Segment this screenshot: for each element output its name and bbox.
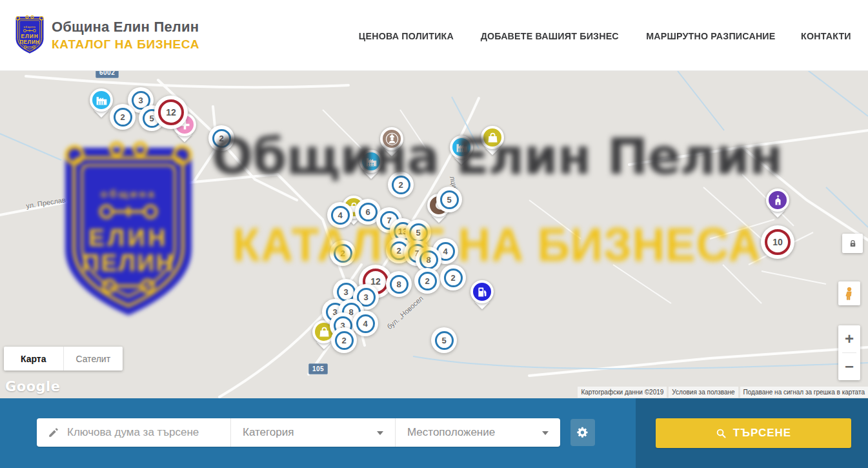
map-type-control: Карта Сателит (4, 347, 123, 371)
cluster-marker[interactable]: 5 (431, 327, 457, 353)
cluster-marker[interactable]: 2 (388, 172, 414, 198)
site-logo[interactable]: Община Елин Пелин КАТАЛОГ НА БИЗНЕСА (14, 14, 199, 56)
cluster-marker[interactable]: 10 (761, 225, 794, 259)
cluster-marker[interactable]: 2 (440, 265, 466, 290)
cluster-marker[interactable]: 4 (352, 310, 378, 336)
nav-contacts[interactable]: КОНТАКТИ (801, 30, 851, 41)
map-attribution: Картографски данни ©2019 Условия за полз… (578, 387, 868, 398)
search-fields: Категория Местоположение (37, 418, 560, 447)
cluster-count: 12 (158, 99, 184, 125)
cluster-marker[interactable]: 8 (386, 271, 412, 297)
shopping-bag-pin-marker[interactable] (478, 125, 507, 157)
cluster-count: 2 (392, 176, 410, 194)
attribution-copyright: Картографски данни ©2019 (578, 387, 667, 398)
gear-icon (576, 426, 589, 439)
cluster-marker[interactable]: 2 (110, 104, 136, 130)
factory-pin-marker[interactable] (447, 134, 476, 167)
worker-pin-marker[interactable] (377, 126, 407, 158)
map-canvas[interactable]: 6002 105 ул. Преслав бул. „Новосел лци“ … (0, 71, 868, 398)
markers-layer: 3251222564713522748128223338342510 (0, 71, 868, 398)
nav-route-schedule[interactable]: МАРШРУТНО РАЗПИСАНИЕ (647, 30, 776, 41)
header: Община Елин Пелин КАТАЛОГ НА БИЗНЕСА ЦЕН… (0, 0, 868, 71)
shopping-bag-icon (481, 126, 504, 149)
cluster-count: 8 (390, 275, 409, 294)
search-bar: Категория Местоположение ТЪРСЕНЕ (0, 398, 868, 468)
map-type-map-button[interactable]: Карта (4, 347, 63, 371)
category-dropdown-label: Категория (243, 426, 294, 439)
cluster-count: 5 (409, 223, 428, 242)
cluster-count: 2 (418, 272, 437, 290)
factory-icon (90, 88, 113, 112)
cluster-count: 5 (440, 190, 459, 209)
cluster-marker[interactable]: 5 (436, 187, 462, 212)
cluster-marker[interactable]: 2 (331, 327, 357, 353)
attribution-terms-link[interactable]: Условия за ползване (669, 387, 738, 398)
search-icon (716, 428, 727, 439)
cluster-count: 4 (356, 314, 375, 333)
cluster-marker[interactable]: 12 (154, 96, 188, 129)
zoom-in-button[interactable]: + (838, 325, 860, 352)
church-pin-marker[interactable] (763, 187, 792, 219)
nav-add-business[interactable]: ДОБАВЕТЕ ВАШИЯТ БИЗНЕС (481, 30, 619, 41)
pegman-icon (842, 285, 856, 302)
cluster-marker[interactable]: 2 (208, 125, 234, 151)
location-dropdown-label: Местоположение (407, 426, 495, 439)
main-nav: ЦЕНОВА ПОЛИТИКА ДОБАВЕТЕ ВАШИЯТ БИЗНЕС М… (356, 0, 853, 71)
cluster-count: 2 (444, 269, 463, 287)
cluster-count: 8 (419, 250, 438, 269)
nav-pricing[interactable]: ЦЕНОВА ПОЛИТИКА (359, 30, 454, 41)
factory-icon (450, 136, 473, 159)
advanced-settings-button[interactable] (570, 419, 595, 446)
zoom-control: + − (838, 325, 860, 380)
street-view-pegman-button[interactable] (838, 281, 860, 305)
category-dropdown[interactable]: Категория (230, 418, 395, 447)
cluster-marker[interactable]: 2 (414, 268, 440, 294)
map-type-satellite-button[interactable]: Сателит (63, 347, 123, 371)
keyword-field[interactable] (37, 418, 230, 447)
cluster-marker[interactable]: 4 (327, 202, 353, 228)
keyword-search-input[interactable] (67, 426, 221, 439)
site-title: Община Елин Пелин (52, 19, 199, 36)
title-block: Община Елин Пелин КАТАЛОГ НА БИЗНЕСА (52, 19, 199, 52)
cluster-count: 2 (212, 129, 231, 148)
search-submit-button[interactable]: ТЪРСЕНЕ (656, 418, 851, 448)
attribution-report-error-link[interactable]: Подаване на сигнал за грешка в картата (740, 387, 868, 398)
church-icon (766, 188, 789, 212)
cluster-count: 6 (359, 203, 378, 221)
site-subtitle: КАТАЛОГ НА БИЗНЕСА (52, 37, 199, 52)
cluster-count: 4 (331, 206, 350, 225)
lock-icon (848, 239, 858, 249)
worker-icon (380, 127, 403, 150)
zoom-out-button[interactable]: − (838, 353, 860, 380)
search-submit-label: ТЪРСЕНЕ (733, 427, 791, 440)
municipality-crest-icon (14, 14, 46, 56)
google-logo[interactable]: Google (5, 379, 61, 394)
location-dropdown[interactable]: Местоположение (395, 418, 560, 447)
cluster-count: 2 (114, 108, 132, 127)
page: Община Елин Пелин КАТАЛОГ НА БИЗНЕСА ЦЕН… (0, 0, 868, 468)
cluster-count: 2 (334, 244, 352, 263)
cluster-count: 2 (335, 331, 354, 350)
cluster-count: 5 (435, 331, 454, 350)
cluster-marker[interactable]: 2 (330, 240, 356, 266)
cluster-count: 10 (765, 229, 791, 255)
fuel-pin-marker[interactable] (467, 279, 497, 311)
lock-button[interactable] (842, 234, 863, 253)
chevron-down-icon (377, 431, 383, 435)
chevron-down-icon (542, 431, 549, 435)
fuel-icon (470, 280, 494, 303)
pencil-icon (48, 427, 59, 438)
